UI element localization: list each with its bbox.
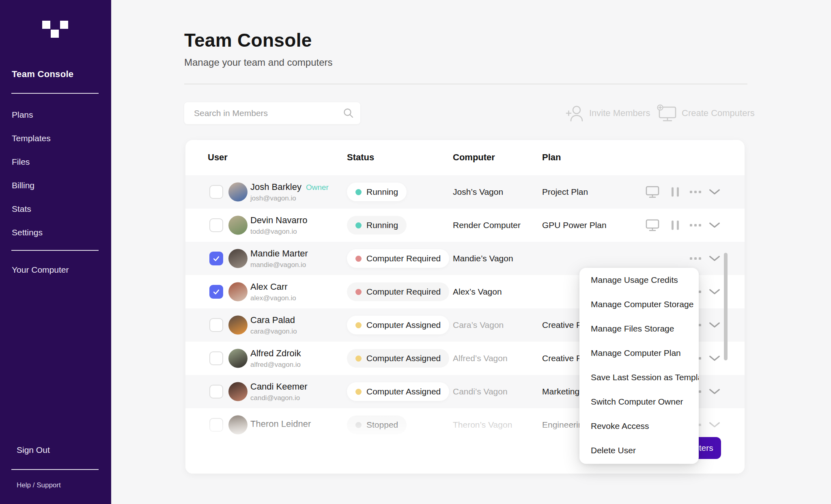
status-label: Computer Assigned <box>366 320 441 330</box>
computer-name: Candi’s Vagon <box>453 387 508 396</box>
avatar <box>228 282 248 302</box>
column-header-computer: Computer <box>453 152 495 163</box>
user-name: Alfred Zdroik <box>250 348 301 359</box>
user-email: alex@vagon.io <box>250 294 296 302</box>
context-menu-item[interactable]: Delete User <box>579 438 699 463</box>
expand-chevron-icon[interactable] <box>709 189 720 195</box>
user-cell: Mandie Marter mandie@vagon.io <box>250 248 308 269</box>
user-name: Candi Keemer <box>250 381 308 392</box>
status-dot-icon <box>355 222 362 228</box>
context-menu-item[interactable]: Manage Usage Credits <box>579 268 699 292</box>
computer-name: Mandie’s Vagon <box>453 254 513 263</box>
context-menu-item[interactable]: Switch Computer Owner <box>579 390 699 414</box>
status-badge: Stopped <box>347 416 407 434</box>
status-dot-icon <box>355 256 362 262</box>
sidebar-item-team-console[interactable]: Team Console <box>12 69 73 80</box>
context-menu-item[interactable]: Manage Computer Storage <box>579 292 699 317</box>
sidebar-item-your-computer[interactable]: Your Computer <box>12 265 69 275</box>
row-checkbox[interactable] <box>209 351 223 365</box>
user-email: candi@vagon.io <box>250 394 308 402</box>
invite-person-icon <box>566 105 584 122</box>
plan-name: GPU Power Plan <box>542 220 607 230</box>
context-menu-item[interactable]: Save Last Session as Template <box>579 365 699 390</box>
expand-chevron-icon[interactable] <box>709 222 720 228</box>
column-header-plan: Plan <box>542 152 561 163</box>
create-computers-label: Create Computers <box>682 108 755 118</box>
row-checkbox[interactable] <box>209 418 223 432</box>
avatar <box>228 183 248 202</box>
sidebar-item-settings[interactable]: Settings <box>12 221 51 244</box>
row-checkbox[interactable] <box>209 185 223 199</box>
sidebar-divider <box>11 93 99 94</box>
user-cell: Josh Barkley Owner josh@vagon.io <box>250 182 329 202</box>
user-email: cara@vagon.io <box>250 327 297 336</box>
user-name: Devin Navarro <box>250 215 308 226</box>
computer-name: Alfred’s Vagon <box>453 353 508 363</box>
computer-name: Josh’s Vagon <box>453 187 503 197</box>
create-computers-button[interactable]: Create Computers <box>657 102 755 124</box>
status-label: Running <box>366 187 398 197</box>
page-subtitle: Manage your team and computers <box>184 57 333 68</box>
sign-out-button[interactable]: Sign Out <box>17 445 50 455</box>
more-options-icon[interactable] <box>690 191 701 193</box>
expand-chevron-icon[interactable] <box>709 289 720 295</box>
sidebar-divider <box>11 250 99 251</box>
avatar <box>228 382 248 401</box>
owner-badge: Owner <box>306 183 329 192</box>
sidebar-item-templates[interactable]: Templates <box>12 127 51 150</box>
context-menu-item[interactable]: Manage Computer Plan <box>579 341 699 365</box>
expand-chevron-icon[interactable] <box>709 322 720 328</box>
expand-chevron-icon[interactable] <box>709 422 720 428</box>
user-cell: Candi Keemer candi@vagon.io <box>250 381 308 402</box>
sidebar-item-billing[interactable]: Billing <box>12 174 51 197</box>
sidebar-item-plans[interactable]: Plans <box>12 103 51 127</box>
user-email: mandie@vagon.io <box>250 261 308 269</box>
page-title: Team Console <box>184 29 312 51</box>
pause-icon[interactable] <box>672 221 679 230</box>
monitor-icon[interactable] <box>646 219 659 231</box>
user-cell: Cara Palad cara@vagon.io <box>250 315 297 336</box>
expand-chevron-icon[interactable] <box>709 389 720 395</box>
sidebar-item-stats[interactable]: Stats <box>12 197 51 221</box>
monitor-icon[interactable] <box>646 186 659 198</box>
expand-chevron-icon[interactable] <box>709 355 720 362</box>
status-badge: Running <box>347 183 407 201</box>
row-checkbox[interactable] <box>209 285 223 299</box>
row-checkbox[interactable] <box>209 252 223 265</box>
status-dot-icon <box>355 422 362 428</box>
computer-name: Render Computer <box>453 220 521 230</box>
pause-icon[interactable] <box>672 187 679 197</box>
sidebar-divider <box>11 469 99 470</box>
search-input[interactable] <box>194 102 340 124</box>
invite-members-label: Invite Members <box>589 108 650 118</box>
status-badge: Computer Assigned <box>347 349 449 368</box>
table-row: Devin Navarro todd@vagon.io Running Rend… <box>185 209 745 242</box>
computer-name: Cara’s Vagon <box>453 320 504 330</box>
sidebar-nav: PlansTemplatesFilesBillingStatsSettings <box>12 103 51 244</box>
create-computer-icon <box>657 104 677 122</box>
user-email: todd@vagon.io <box>250 228 308 236</box>
context-menu-item[interactable]: Manage Files Storage <box>579 317 699 341</box>
status-label: Computer Assigned <box>366 353 441 363</box>
status-dot-icon <box>355 322 362 328</box>
sidebar-item-files[interactable]: Files <box>12 150 51 174</box>
search-box <box>184 102 360 124</box>
more-options-icon[interactable] <box>690 257 701 260</box>
status-badge: Computer Assigned <box>347 382 449 401</box>
search-icon <box>343 108 354 118</box>
row-checkbox[interactable] <box>209 318 223 332</box>
row-checkbox[interactable] <box>209 218 223 232</box>
row-checkbox[interactable] <box>209 385 223 398</box>
expand-chevron-icon[interactable] <box>709 256 720 262</box>
more-options-icon[interactable] <box>690 224 701 226</box>
invite-members-button[interactable]: Invite Members <box>566 102 650 124</box>
table-scrollbar[interactable] <box>724 253 728 360</box>
context-menu-item[interactable]: Revoke Access <box>579 414 699 438</box>
sidebar: Team Console PlansTemplatesFilesBillingS… <box>0 0 111 504</box>
status-label: Computer Required <box>366 254 441 263</box>
avatar <box>228 316 248 335</box>
status-label: Stopped <box>366 420 398 430</box>
status-label: Computer Required <box>366 287 441 297</box>
status-dot-icon <box>355 355 362 362</box>
help-support-link[interactable]: Help / Support <box>17 481 61 489</box>
